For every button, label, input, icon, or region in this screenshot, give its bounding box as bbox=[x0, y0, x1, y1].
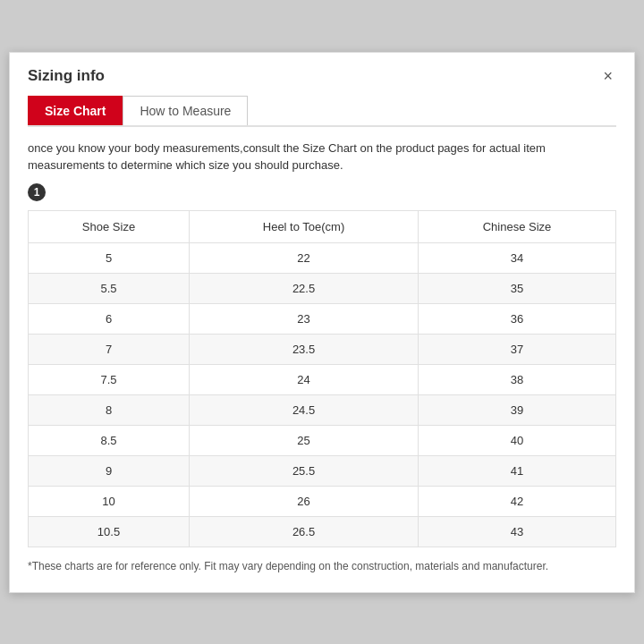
table-cell: 7 bbox=[29, 334, 190, 364]
table-cell: 8 bbox=[29, 394, 190, 425]
table-cell: 38 bbox=[419, 364, 616, 394]
modal-header: Sizing info × bbox=[28, 67, 616, 85]
table-cell: 6 bbox=[29, 303, 190, 334]
table-row: 824.539 bbox=[29, 394, 616, 425]
table-row: 8.52540 bbox=[29, 425, 616, 455]
close-button[interactable]: × bbox=[599, 68, 616, 84]
table-cell: 34 bbox=[419, 242, 616, 273]
table-cell: 39 bbox=[419, 394, 616, 425]
table-cell: 43 bbox=[419, 516, 616, 547]
table-cell: 25 bbox=[189, 425, 418, 455]
table-cell: 10.5 bbox=[29, 516, 190, 547]
table-row: 5.522.535 bbox=[29, 273, 616, 303]
table-cell: 22 bbox=[189, 242, 418, 273]
table-cell: 26.5 bbox=[189, 516, 418, 547]
col-header-chinese-size: Chinese Size bbox=[419, 210, 616, 242]
col-header-heel-to-toe: Heel to Toe(cm) bbox=[189, 210, 418, 242]
table-cell: 23 bbox=[189, 303, 418, 334]
tab-size-chart[interactable]: Size Chart bbox=[28, 96, 123, 125]
table-cell: 23.5 bbox=[189, 334, 418, 364]
table-row: 7.52438 bbox=[29, 364, 616, 394]
table-cell: 24 bbox=[189, 364, 418, 394]
table-cell: 37 bbox=[419, 334, 616, 364]
table-row: 102642 bbox=[29, 486, 616, 516]
size-chart-table: Shoe Size Heel to Toe(cm) Chinese Size 5… bbox=[28, 210, 616, 547]
table-cell: 8.5 bbox=[29, 425, 190, 455]
table-cell: 42 bbox=[419, 486, 616, 516]
table-cell: 25.5 bbox=[189, 455, 418, 486]
footnote-text: *These charts are for reference only. Fi… bbox=[28, 558, 616, 574]
table-cell: 26 bbox=[189, 486, 418, 516]
table-cell: 36 bbox=[419, 303, 616, 334]
table-cell: 9 bbox=[29, 455, 190, 486]
modal-title: Sizing info bbox=[28, 67, 105, 85]
description-text: once you know your body measurements,con… bbox=[28, 140, 616, 174]
table-cell: 5.5 bbox=[29, 273, 190, 303]
col-header-shoe-size: Shoe Size bbox=[29, 210, 190, 242]
table-row: 925.541 bbox=[29, 455, 616, 486]
tab-how-to-measure[interactable]: How to Measure bbox=[123, 96, 248, 125]
table-row: 62336 bbox=[29, 303, 616, 334]
step-badge: 1 bbox=[28, 183, 46, 201]
table-row: 10.526.543 bbox=[29, 516, 616, 547]
table-cell: 5 bbox=[29, 242, 190, 273]
table-cell: 41 bbox=[419, 455, 616, 486]
tab-bar: Size Chart How to Measure bbox=[28, 96, 616, 127]
table-cell: 24.5 bbox=[189, 394, 418, 425]
table-cell: 10 bbox=[29, 486, 190, 516]
table-cell: 22.5 bbox=[189, 273, 418, 303]
table-cell: 35 bbox=[419, 273, 616, 303]
sizing-info-modal: Sizing info × Size Chart How to Measure … bbox=[9, 52, 635, 593]
table-cell: 40 bbox=[419, 425, 616, 455]
table-row: 723.537 bbox=[29, 334, 616, 364]
table-row: 52234 bbox=[29, 242, 616, 273]
table-cell: 7.5 bbox=[29, 364, 190, 394]
